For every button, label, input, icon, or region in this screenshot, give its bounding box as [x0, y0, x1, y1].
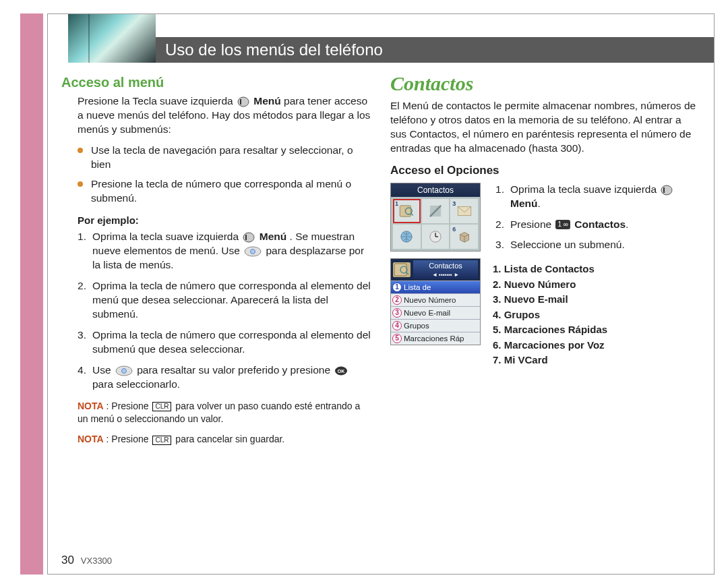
- text-bold: Menú: [510, 198, 537, 209]
- menu-cell-6: 6: [450, 225, 478, 249]
- text: Oprima la tecla suave izquierda: [510, 183, 659, 195]
- right-intro: El Menú de contactos le permite almacena…: [390, 99, 700, 156]
- svg-point-3: [251, 249, 255, 254]
- menu-grid: 1 3: [391, 197, 480, 251]
- bullet-item: Use la tecla de navegación para resaltar…: [78, 144, 371, 172]
- svg-point-21: [661, 185, 672, 195]
- text: para seleccionarlo.: [92, 378, 180, 390]
- screen-titlebar: Contactos: [391, 183, 480, 197]
- list-row-3: 3Nuevo E-mail: [391, 306, 480, 319]
- diagonal-icon: [427, 202, 444, 220]
- submenu-item: 2. Nuevo Número: [493, 277, 700, 293]
- example-steps: Oprima la tecla suave izquierda Menú . S…: [61, 230, 371, 391]
- list-row-4: 4Grupos: [391, 319, 480, 332]
- svg-line-10: [411, 213, 413, 215]
- nota-label: NOTA: [78, 434, 104, 444]
- submenu-item: 1. Lista de Contactos: [493, 262, 700, 277]
- book-icon: [393, 262, 411, 277]
- softkey-icon: [243, 231, 255, 243]
- globe-icon: [398, 228, 415, 245]
- menu-cell-3: 3: [450, 199, 478, 223]
- right-heading: Contactos: [390, 72, 700, 95]
- menu-cell-2: [422, 199, 450, 223]
- text-bold: Menú: [253, 95, 280, 107]
- mail-icon: [456, 202, 473, 220]
- page-number: 30: [61, 554, 74, 566]
- page-footer: 30 VX3300: [61, 554, 112, 567]
- text-bold: Contactos: [574, 218, 626, 230]
- submenu-item: 6. Marcaciones por Voz: [493, 338, 700, 353]
- page-frame: Uso de los menús del teléfono Acceso al …: [47, 13, 715, 575]
- svg-text:OK: OK: [338, 369, 345, 374]
- phone-screen-list: Contactos ◄ ▪▪▪▪▪▪▪ ► 1Lista de 2Nuevo N…: [390, 258, 481, 345]
- step-3: Oprima la tecla de número que correspond…: [78, 328, 371, 357]
- text: : Presione: [107, 401, 152, 411]
- phone-screenshots: Contactos 1 3: [390, 183, 483, 352]
- clr-keycap: CLR: [152, 402, 171, 411]
- submenu-item: 5. Marcaciones Rápidas: [493, 322, 700, 338]
- text: Presione: [510, 218, 554, 230]
- svg-point-5: [121, 368, 126, 373]
- text: Oprima la tecla suave izquierda: [92, 231, 241, 242]
- left-column: Acceso al menú Presione la Tecla suave i…: [61, 75, 371, 554]
- text: para resaltar su valor preferido y presi…: [137, 364, 333, 376]
- rstep-1: Oprima la tecla suave izquierda Menú.: [495, 183, 700, 211]
- rstep-3: Seleccione un submenú.: [495, 238, 700, 252]
- text: .: [537, 198, 540, 209]
- text: .: [626, 218, 628, 230]
- text: : Presione: [107, 434, 152, 444]
- menu-cell-5: [422, 225, 450, 249]
- screen2-title: Contactos ◄ ▪▪▪▪▪▪▪ ►: [413, 260, 478, 279]
- acceso-opciones-heading: Acceso el Opciones: [390, 164, 700, 177]
- cube-icon: [456, 228, 473, 245]
- step-1: Oprima la tecla suave izquierda Menú . S…: [78, 230, 371, 272]
- step-2: Oprima la tecla de número que correspond…: [78, 279, 371, 322]
- text: Presione la Tecla suave izquierda: [78, 95, 236, 107]
- rstep-2: Presione 1 ∞ Contactos.: [495, 218, 700, 232]
- clr-keycap: CLR: [152, 436, 171, 445]
- right-steps: Oprima la tecla suave izquierda Menú. Pr…: [493, 183, 700, 253]
- right-row: Contactos 1 3: [390, 183, 700, 368]
- phone-screen-grid: Contactos 1 3: [390, 183, 481, 252]
- row-label: Grupos: [404, 322, 429, 330]
- svg-point-0: [238, 97, 249, 107]
- left-intro: Presione la Tecla suave izquierda Menú p…: [61, 94, 371, 137]
- header-photo: [68, 14, 156, 63]
- bullet-item: Presione la tecla de número que correspo…: [78, 177, 371, 206]
- row-label: Nuevo Número: [404, 296, 456, 304]
- nota-2: NOTA : Presione CLR para cancelar sin gu…: [61, 433, 371, 446]
- list-row-2: 2Nuevo Número: [391, 293, 480, 306]
- submenu-item: 3. Nuevo E-mail: [493, 292, 700, 307]
- submenu-item: 4. Grupos: [493, 307, 700, 323]
- model-label: VX3300: [81, 556, 112, 566]
- nota-label: NOTA: [78, 401, 104, 411]
- side-accent-bar: [20, 13, 43, 575]
- step-4: Use para resaltar su valor preferido y p…: [78, 363, 371, 392]
- text: para cancelar sin guardar.: [175, 434, 284, 444]
- softkey-icon: [237, 96, 249, 108]
- menu-cell-1-selected: 1: [393, 199, 421, 223]
- right-steps-block: Oprima la tecla suave izquierda Menú. Pr…: [493, 183, 700, 368]
- text-bold: Menú: [260, 231, 286, 242]
- bullet-list: Use la tecla de navegación para resaltar…: [61, 144, 371, 206]
- softkey-icon: [661, 184, 673, 196]
- page-title-bar: Uso de los menús del teléfono: [156, 37, 714, 63]
- svg-point-1: [243, 233, 254, 242]
- submenu-item: 7. Mi VCard: [493, 353, 700, 368]
- contacts-icon: [398, 202, 415, 220]
- menu-cell-4: [393, 225, 421, 249]
- left-heading: Acceso al menú: [61, 75, 371, 90]
- nav-key-icon: [244, 245, 262, 258]
- row-label: Lista de: [404, 283, 431, 291]
- text: Use: [92, 364, 114, 376]
- list-row-5: 5Marcaciones Ráp: [391, 332, 480, 345]
- nota-1: NOTA : Presione CLR para volver un paso …: [61, 400, 371, 425]
- row-label: Marcaciones Ráp: [404, 334, 464, 343]
- right-column: Contactos El Menú de contactos le permit…: [390, 75, 700, 554]
- ok-key-icon: OK: [334, 365, 348, 376]
- submenu-bold-list: 1. Lista de Contactos 2. Nuevo Número 3.…: [493, 262, 700, 368]
- nav-key-icon: [115, 365, 133, 377]
- clock-icon: [427, 228, 444, 245]
- row-label: Nuevo E-mail: [404, 309, 450, 317]
- content-columns: Acceso al menú Presione la Tecla suave i…: [61, 75, 700, 554]
